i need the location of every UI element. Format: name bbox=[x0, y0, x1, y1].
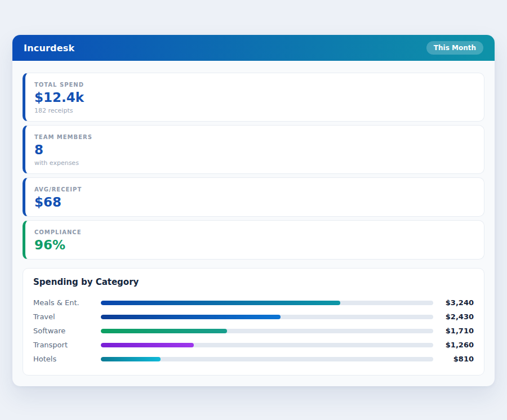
stat-card-avg-receipt: AVG/RECEIPT $68 bbox=[23, 177, 484, 217]
bar-row-meals: Meals & Ent. $3,240 bbox=[33, 296, 474, 310]
stat-subtext: with expenses bbox=[34, 159, 475, 167]
bar-value: $2,430 bbox=[433, 312, 474, 321]
bar-category-label: Transport bbox=[33, 341, 101, 349]
bar-track bbox=[101, 357, 433, 361]
stat-label: TOTAL SPEND bbox=[34, 82, 475, 88]
stat-subtext: 182 receipts bbox=[34, 107, 475, 114]
app-title: Incurdesk bbox=[24, 43, 74, 53]
bar-value: $1,260 bbox=[433, 341, 474, 349]
bar-category-label: Travel bbox=[33, 312, 101, 321]
stat-value: $12.4k bbox=[34, 90, 475, 105]
stat-value: $68 bbox=[34, 195, 475, 209]
bar-category-label: Hotels bbox=[33, 355, 101, 363]
spending-by-category-chart: Spending by Category Meals & Ent. $3,240… bbox=[23, 268, 484, 376]
bar-row-transport: Transport $1,260 bbox=[33, 338, 474, 352]
period-badge[interactable]: This Month bbox=[426, 41, 483, 55]
bar-fill bbox=[101, 301, 340, 305]
bar-fill bbox=[101, 343, 194, 347]
bar-track bbox=[101, 315, 433, 319]
stat-card-total-spend: TOTAL SPEND $12.4k 182 receipts bbox=[23, 73, 484, 122]
bar-track bbox=[101, 329, 433, 333]
chart-title: Spending by Category bbox=[33, 277, 474, 287]
stat-card-compliance: COMPLIANCE 96% bbox=[23, 220, 484, 260]
bar-fill bbox=[101, 357, 161, 361]
bar-row-software: Software $1,710 bbox=[33, 324, 474, 338]
dashboard-content: TOTAL SPEND $12.4k 182 receipts TEAM MEM… bbox=[12, 61, 495, 376]
bar-track bbox=[101, 301, 433, 305]
stat-label: COMPLIANCE bbox=[34, 229, 475, 235]
bar-value: $1,710 bbox=[433, 327, 474, 335]
bar-fill bbox=[101, 329, 227, 333]
bar-category-label: Software bbox=[33, 327, 101, 335]
bar-track bbox=[101, 343, 433, 347]
bar-value: $3,240 bbox=[433, 298, 474, 307]
app-header: Incurdesk This Month bbox=[12, 35, 495, 61]
bar-row-travel: Travel $2,430 bbox=[33, 310, 474, 324]
dashboard-panel: Incurdesk This Month TOTAL SPEND $12.4k … bbox=[12, 35, 495, 386]
bar-value: $810 bbox=[433, 355, 474, 363]
bar-category-label: Meals & Ent. bbox=[33, 298, 101, 307]
bar-row-hotels: Hotels $810 bbox=[33, 352, 474, 366]
stat-card-team-members: TEAM MEMBERS 8 with expenses bbox=[23, 125, 484, 174]
stat-value: 96% bbox=[34, 238, 475, 252]
bar-fill bbox=[101, 315, 281, 319]
stat-label: AVG/RECEIPT bbox=[34, 186, 475, 193]
stat-value: 8 bbox=[34, 142, 475, 157]
stat-label: TEAM MEMBERS bbox=[34, 134, 475, 140]
